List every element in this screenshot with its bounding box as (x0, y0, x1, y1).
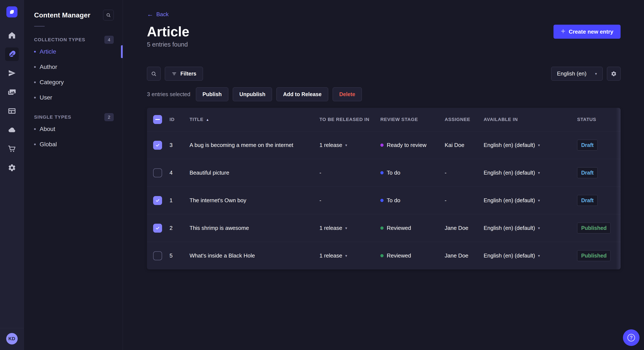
back-label: Back (156, 11, 169, 18)
cloud-icon (8, 126, 16, 134)
row-title: Beautiful picture (190, 170, 320, 176)
list-settings-button[interactable] (607, 67, 620, 81)
strapi-logo-icon (9, 9, 15, 15)
main-nav-icons (5, 28, 19, 175)
row-available-in[interactable]: English (en) (default)▾ (484, 225, 577, 231)
release-value: 1 release (320, 142, 342, 149)
section-label: COLLECTION TYPES (34, 37, 85, 42)
user-avatar[interactable]: KD (6, 333, 18, 345)
unpublish-button[interactable]: Unpublish (233, 87, 272, 101)
row-available-in[interactable]: English (en) (default)▾ (484, 170, 577, 176)
section-count-badge: 4 (104, 36, 114, 44)
subnav-search-button[interactable] (103, 10, 114, 20)
row-review-stage: Ready to review (380, 142, 445, 149)
col-review-stage[interactable]: REVIEW STAGE (380, 117, 445, 122)
search-icon (151, 71, 157, 77)
nav-releases[interactable] (5, 66, 19, 80)
row-checkbox[interactable] (153, 141, 162, 150)
filters-button[interactable]: Filters (165, 67, 203, 81)
row-title: The internet's Own boy (190, 197, 320, 204)
row-id: 4 (170, 170, 190, 176)
add-to-release-button[interactable]: Add to Release (276, 87, 328, 101)
table-row[interactable]: 4 Beautiful picture - To do - English (e… (147, 159, 620, 186)
nav-settings[interactable] (5, 161, 19, 175)
row-id: 5 (170, 252, 190, 259)
strapi-logo[interactable] (6, 6, 18, 17)
release-value: 1 release (320, 225, 342, 231)
nav-content-type-builder[interactable] (5, 104, 19, 118)
stage-dot (380, 171, 384, 174)
content-manager-subnav: Content Manager COLLECTION TYPES 4 Artic… (24, 0, 123, 350)
locale-value: English (en) (default) (484, 252, 535, 259)
sidebar-item-global[interactable]: Global (24, 137, 123, 152)
row-release[interactable]: 1 release▾ (320, 142, 380, 149)
row-assignee: Jane Doe (445, 225, 484, 231)
locale-select[interactable]: English (en) ▾ (551, 67, 603, 81)
nav-deploy[interactable] (5, 123, 19, 137)
layout-icon (8, 107, 16, 115)
search-button[interactable] (147, 67, 160, 81)
sidebar-item-author[interactable]: Author (24, 59, 123, 75)
stage-dot (380, 226, 384, 230)
sidebar-item-category[interactable]: Category (24, 75, 123, 90)
table-row[interactable]: 1 The internet's Own boy - To do - Engli… (147, 186, 620, 214)
nav-content-manager[interactable] (5, 47, 19, 61)
table-row[interactable]: 2 This shrimp is awesome 1 release▾ Revi… (147, 214, 620, 242)
col-title-label: TITLE (190, 117, 204, 122)
create-new-entry-button[interactable]: + Create new entry (554, 25, 620, 39)
col-assignee[interactable]: ASSIGNEE (445, 117, 484, 122)
publish-button[interactable]: Publish (196, 87, 228, 101)
row-available-in[interactable]: English (en) (default)▾ (484, 142, 577, 149)
sidebar-item-article[interactable]: Article (24, 44, 123, 59)
page-title-block: Article 5 entries found (147, 24, 189, 48)
filter-icon (172, 71, 177, 77)
row-release[interactable]: 1 release▾ (320, 225, 380, 231)
table-row[interactable]: 3 A bug is becoming a meme on the intern… (147, 131, 620, 159)
gear-icon (611, 71, 617, 77)
row-review-stage: To do (380, 197, 445, 204)
row-checkbox[interactable] (153, 169, 162, 177)
table-row[interactable]: 5 What's inside a Black Hole 1 release▾ … (147, 242, 620, 269)
sidebar-item-about[interactable]: About (24, 121, 123, 137)
help-button[interactable]: ? (623, 329, 640, 346)
nav-home[interactable] (5, 28, 19, 42)
row-id: 2 (170, 225, 190, 231)
create-new-entry-label: Create new entry (568, 28, 613, 35)
main-nav-footer: KD (0, 328, 24, 350)
row-checkbox[interactable] (153, 251, 162, 260)
chevron-down-icon: ▾ (538, 199, 540, 202)
images-icon (8, 88, 16, 96)
list-toolbar: Filters English (en) ▾ (147, 67, 620, 81)
chevron-down-icon: ▾ (538, 143, 540, 147)
row-checkbox[interactable] (153, 196, 162, 205)
row-available-in[interactable]: English (en) (default)▾ (484, 252, 577, 259)
back-link[interactable]: ← Back (147, 11, 169, 18)
sidebar-item-user[interactable]: User (24, 90, 123, 105)
select-all-checkbox[interactable] (153, 115, 162, 124)
locale-value: English (en) (default) (484, 170, 535, 176)
row-status: Draft (577, 140, 620, 151)
selection-count: 3 entries selected (147, 91, 190, 98)
stage-label: To do (387, 197, 400, 204)
row-available-in[interactable]: English (en) (default)▾ (484, 197, 577, 204)
col-title[interactable]: TITLE ▲ (190, 117, 320, 122)
col-id[interactable]: ID (170, 117, 190, 122)
row-assignee: - (445, 170, 484, 176)
row-release[interactable]: 1 release▾ (320, 252, 380, 259)
col-to-be-released-in[interactable]: TO BE RELEASED IN (320, 117, 380, 122)
bullet-icon (34, 128, 36, 130)
row-release: - (320, 197, 380, 204)
locale-value: English (en) (default) (484, 197, 535, 204)
row-review-stage: Reviewed (380, 252, 445, 259)
col-available-in[interactable]: AVAILABLE IN (484, 117, 577, 122)
nav-media-library[interactable] (5, 85, 19, 99)
col-status[interactable]: STATUS (577, 117, 620, 122)
nav-marketplace[interactable] (5, 142, 19, 156)
delete-button[interactable]: Delete (333, 87, 362, 101)
section-label: SINGLE TYPES (34, 114, 71, 120)
row-checkbox[interactable] (153, 224, 162, 233)
section-count-badge: 2 (104, 113, 114, 121)
bullet-icon (34, 97, 36, 98)
cart-icon (8, 145, 16, 153)
status-badge: Draft (577, 140, 598, 151)
